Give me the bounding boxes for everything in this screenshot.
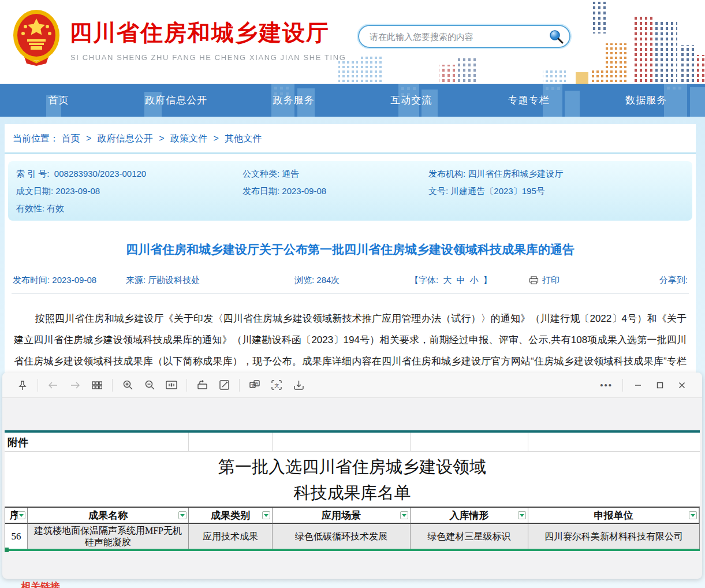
view-count: 浏览: 284次 (294, 275, 409, 286)
edit-icon[interactable] (213, 377, 235, 394)
breadcrumb-other-files[interactable]: 其他文件 (225, 133, 262, 143)
zoom-in-icon[interactable] (117, 377, 139, 394)
breadcrumb: 当前位置： 首页 > 政府信息公开 > 政策文件 > 其他文件 (5, 124, 696, 154)
meta-doc-type: 公文种类: 通告 (243, 169, 428, 180)
publish-info-row: 发布时间: 2023-09-08 来源: 厅勘设科技处 浏览: 284次 【字体… (12, 275, 689, 294)
document-meta-panel: 索 引 号: 008283930/2023-00120 公文种类: 通告 发布机… (8, 161, 692, 221)
attachment-sheet: 附件 第一批入选四川省住房城乡建设领域 科技成果库名单 序· 成果名称 成果类别… (5, 430, 700, 551)
toolbar-separator (38, 379, 38, 392)
nav-item-interaction[interactable]: 互动交流 (353, 84, 471, 117)
national-emblem (13, 9, 60, 66)
table-cell-index: 56 (5, 524, 28, 549)
table-cell-applicant: 四川赛尔科美新材料科技有限公司 (528, 524, 699, 549)
column-header-category[interactable]: 成果类别 (189, 508, 273, 524)
column-header-applicant[interactable]: 申报单位 (528, 508, 699, 524)
toolbar-separator (186, 379, 187, 392)
download-icon[interactable] (288, 377, 309, 394)
table-cell-scenario: 绿色低碳循环技术发展 (273, 524, 411, 549)
more-icon[interactable]: ••• (594, 380, 618, 390)
site-subtitle-pinyin: SI CHUAN SHENG ZHU FANG HE CHENG XIANG J… (70, 53, 346, 62)
font-size-large[interactable]: 大 (443, 275, 452, 285)
related-links-heading[interactable]: 相关链接 (21, 580, 60, 588)
svg-text:文: 文 (251, 383, 255, 388)
font-size-medium[interactable]: 中 (457, 275, 465, 285)
font-size-small[interactable]: 小 (470, 275, 479, 285)
nav-item-home[interactable]: 首页 (0, 84, 118, 117)
extract-text-icon[interactable]: 文 (266, 377, 288, 394)
site-header: 四川省住房和城乡建设厅 SI CHUAN SHENG ZHU FANG HE C… (0, 0, 705, 84)
nav-item-services[interactable]: 政务服务 (235, 84, 353, 117)
attachment-label: 附件 (8, 436, 28, 449)
meta-doc-number: 文号: 川建通告〔2023〕195号 (428, 186, 684, 197)
cell-border (410, 433, 411, 451)
search-input[interactable] (370, 32, 549, 42)
selection-fill-handle[interactable] (5, 548, 9, 552)
filter-dropdown-icon[interactable] (689, 511, 697, 519)
attachment-label-row: 附件 (5, 433, 700, 452)
site-title: 四川省住房和城乡建设厅 (69, 17, 330, 49)
forward-icon[interactable] (64, 377, 86, 394)
back-icon[interactable] (42, 377, 64, 394)
maximize-icon[interactable] (649, 377, 671, 394)
row-selection-border (5, 549, 700, 551)
breadcrumb-label: 当前位置： (13, 133, 59, 143)
rotate-icon[interactable] (191, 377, 213, 394)
meta-validity: 有效性: 有效 (16, 203, 243, 214)
filter-dropdown-icon[interactable] (17, 511, 25, 519)
main-content: 当前位置： 首页 > 政府信息公开 > 政策文件 > 其他文件 索 引 号: 0… (5, 124, 696, 373)
nav-item-data-services[interactable]: 数据服务 (588, 84, 705, 117)
svg-text:A: A (256, 381, 259, 385)
table-cell-category: 应用技术成果 (189, 524, 273, 549)
nav-item-gov-info[interactable]: 政府信息公开 (118, 84, 236, 117)
viewer-toolbar: 文A 文 ••• (2, 373, 702, 398)
pin-icon[interactable] (12, 377, 33, 394)
filter-dropdown-icon[interactable] (400, 511, 408, 519)
column-header-name[interactable]: 成果名称 (28, 508, 189, 524)
printer-icon (529, 276, 539, 285)
font-size-control: 【字体: 大 中 小 】 (409, 275, 529, 286)
filter-dropdown-icon[interactable] (262, 511, 270, 519)
filter-dropdown-icon[interactable] (178, 511, 186, 519)
filter-dropdown-icon[interactable] (518, 511, 526, 519)
nav-item-special-topics[interactable]: 专题专栏 (470, 84, 588, 117)
column-header-index[interactable]: 序· (5, 508, 28, 524)
publish-time: 发布时间: 2023-09-08 (13, 275, 126, 286)
thumbnails-icon[interactable] (86, 377, 108, 394)
toolbar-separator (239, 379, 240, 392)
table-cell-name: 建筑楼地面保温隔声系统用MFP无机硅声能凝胶 (28, 524, 189, 549)
share-button[interactable]: 分享到: (659, 275, 688, 286)
table-cell-entry-type: 绿色建材三星级标识 (411, 524, 528, 549)
article-title: 四川省住房和城乡建设厅关于公布第一批四川省住房城乡建设领域科技成果库的通告 (5, 241, 696, 258)
publish-source: 来源: 厅勘设科技处 (126, 275, 294, 286)
actual-size-icon[interactable] (161, 377, 182, 394)
svg-text:文: 文 (275, 383, 279, 388)
meta-written-date: 成文日期: 2023-09-08 (16, 186, 243, 197)
translate-icon[interactable]: 文A (244, 377, 266, 394)
toolbar-separator (112, 379, 113, 392)
column-header-scenario[interactable]: 应用场景 (273, 508, 411, 524)
results-table: 序· 成果名称 成果类别 应用场景 入库情形 申报单位 56 建筑楼地面保温隔声… (5, 507, 700, 549)
breadcrumb-home[interactable]: 首页 (61, 133, 80, 143)
meta-index-number: 索 引 号: 008283930/2023-00120 (16, 169, 243, 180)
search-icon[interactable] (549, 29, 564, 44)
close-icon[interactable] (671, 377, 693, 394)
minimize-icon[interactable] (627, 377, 649, 394)
search-box[interactable] (358, 25, 570, 48)
column-header-entry-type[interactable]: 入库情形 (411, 508, 528, 524)
main-nav: 首页 政府信息公开 政务服务 互动交流 专题专栏 数据服务 (0, 84, 705, 117)
cell-border (528, 433, 528, 451)
print-button[interactable]: 打印 (529, 275, 559, 286)
meta-issuing-agency: 发布机构: 四川省住房和城乡建设厅 (428, 169, 684, 180)
breadcrumb-gov-info[interactable]: 政府信息公开 (98, 133, 153, 143)
attachment-doc-title: 第一批入选四川省住房城乡建设领域 科技成果库名单 (5, 452, 700, 507)
cell-border (272, 433, 273, 451)
zoom-out-icon[interactable] (139, 377, 161, 394)
meta-publish-date: 发布日期: 2023-09-08 (243, 186, 428, 197)
attachment-viewer-window: 文A 文 ••• 附件 第一批入选四川省住房城乡建设领域 (2, 373, 702, 579)
cell-border (188, 433, 189, 451)
toolbar-separator (622, 379, 623, 392)
breadcrumb-policy-files[interactable]: 政策文件 (170, 133, 207, 143)
